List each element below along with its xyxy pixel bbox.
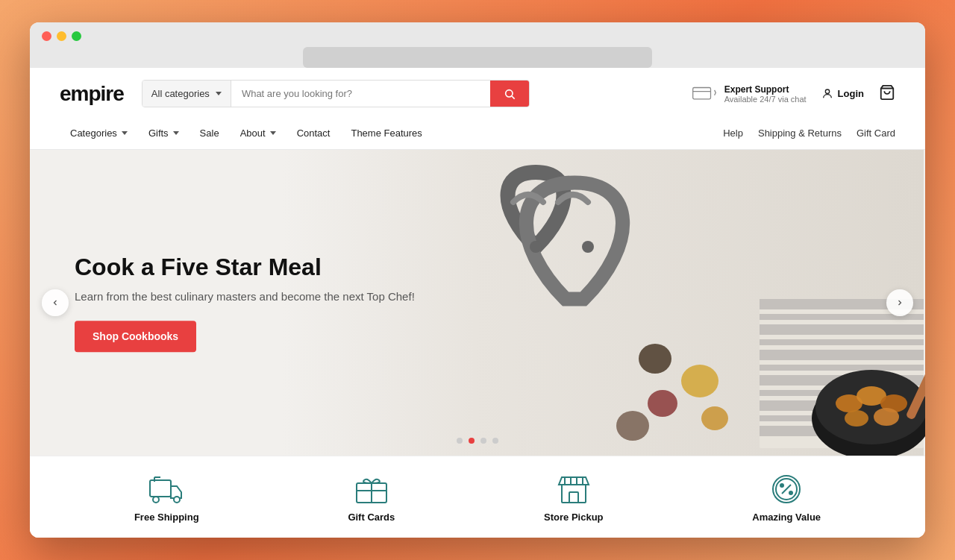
search-icon <box>504 88 516 100</box>
support-title: Expert Support <box>724 84 807 95</box>
percent-icon <box>768 474 804 504</box>
slider-dot-4[interactable] <box>492 438 498 444</box>
chevron-down-icon <box>216 92 222 95</box>
svg-point-10 <box>681 365 718 397</box>
truck-icon <box>148 474 184 504</box>
chevron-left-icon <box>51 298 60 307</box>
svg-rect-43 <box>569 492 578 503</box>
nav-item-contact[interactable]: Contact <box>286 119 341 148</box>
nav-item-gifts[interactable]: Gifts <box>138 119 190 148</box>
feature-amazing-value-label: Amazing Value <box>752 512 821 523</box>
nav-item-theme-features[interactable]: Theme Features <box>340 119 432 148</box>
svg-rect-34 <box>150 480 171 497</box>
browser-chrome <box>30 22 925 68</box>
hero-subtitle: Learn from the best culinary masters and… <box>75 291 415 303</box>
svg-rect-18 <box>760 339 924 345</box>
feature-gift-cards-label: Gift Cards <box>348 512 395 523</box>
feature-free-shipping-label: Free Shipping <box>134 512 199 523</box>
nav-right: Help Shipping & Returns Gift Card <box>723 128 895 139</box>
chevron-down-icon <box>122 131 128 135</box>
svg-point-9 <box>639 344 671 374</box>
svg-point-36 <box>174 497 180 503</box>
minimize-button[interactable] <box>57 31 66 41</box>
hero-section: Cook a Five Star Meal Learn from the bes… <box>30 150 925 456</box>
svg-point-35 <box>153 497 159 503</box>
maximize-button[interactable] <box>72 31 81 41</box>
nav-link-shipping[interactable]: Shipping & Returns <box>758 128 842 139</box>
svg-point-7 <box>530 241 542 253</box>
search-input[interactable] <box>231 81 490 107</box>
slider-dot-1[interactable] <box>457 438 463 444</box>
svg-point-52 <box>789 491 793 495</box>
feature-gift-cards: Gift Cards <box>348 474 395 523</box>
svg-point-4 <box>825 89 829 93</box>
user-icon <box>821 88 833 100</box>
svg-point-8 <box>582 241 594 253</box>
svg-rect-20 <box>760 365 924 371</box>
nav-left: Categories Gifts Sale About <box>60 119 433 148</box>
browser-window: empire All categories <box>30 22 925 538</box>
feature-store-pickup: Store Pickup <box>544 474 603 523</box>
support-icon <box>692 84 717 104</box>
svg-point-31 <box>845 410 868 427</box>
main-nav: Categories Gifts Sale About <box>60 116 895 149</box>
slider-prev-button[interactable] <box>42 289 69 316</box>
slider-next-button[interactable] <box>886 289 913 316</box>
cart-button[interactable] <box>879 84 895 103</box>
chevron-down-icon <box>173 131 179 135</box>
traffic-lights <box>42 31 913 41</box>
category-label: All categories <box>151 88 210 99</box>
nav-link-gift-card[interactable]: Gift Card <box>857 128 895 139</box>
svg-point-0 <box>505 89 512 96</box>
nav-item-sale[interactable]: Sale <box>190 119 230 148</box>
header-actions: Expert Support Available 24/7 via chat L… <box>692 84 895 104</box>
slider-dot-2[interactable] <box>469 438 475 444</box>
support-subtitle: Available 24/7 via chat <box>724 95 807 104</box>
feature-free-shipping: Free Shipping <box>134 474 199 523</box>
hero-content: Cook a Five Star Meal Learn from the bes… <box>75 253 415 352</box>
slider-dots <box>457 438 498 444</box>
svg-point-32 <box>874 408 899 426</box>
svg-point-13 <box>616 411 649 441</box>
svg-rect-17 <box>760 324 924 335</box>
search-bar: All categories <box>142 80 530 107</box>
chevron-right-icon <box>895 298 904 307</box>
svg-point-27 <box>815 370 925 444</box>
feature-amazing-value: Amazing Value <box>752 474 821 523</box>
search-button[interactable] <box>490 81 529 107</box>
svg-rect-19 <box>760 350 924 360</box>
support-text: Expert Support Available 24/7 via chat <box>724 84 807 104</box>
svg-point-51 <box>780 483 784 488</box>
svg-rect-2 <box>692 87 710 98</box>
slider-dot-3[interactable] <box>480 438 486 444</box>
svg-point-11 <box>648 390 677 417</box>
store-icon <box>556 474 592 504</box>
features-bar: Free Shipping Gift Cards <box>30 456 925 538</box>
category-dropdown[interactable]: All categories <box>143 81 231 107</box>
chevron-down-icon <box>270 131 276 135</box>
nav-item-about[interactable]: About <box>230 119 286 148</box>
svg-rect-42 <box>562 485 586 503</box>
site-logo[interactable]: empire <box>60 82 124 106</box>
url-bar[interactable] <box>303 47 651 68</box>
login-button[interactable]: Login <box>821 88 864 100</box>
nav-item-categories[interactable]: Categories <box>60 119 138 148</box>
svg-point-12 <box>701 406 728 430</box>
header-top: empire All categories <box>60 68 895 116</box>
login-label: Login <box>838 88 864 99</box>
hero-title: Cook a Five Star Meal <box>75 253 415 281</box>
support-block: Expert Support Available 24/7 via chat <box>692 84 807 104</box>
gift-card-icon <box>354 474 389 504</box>
hero-cta-button[interactable]: Shop Cookbooks <box>75 321 196 353</box>
feature-store-pickup-label: Store Pickup <box>544 512 603 523</box>
close-button[interactable] <box>42 31 51 41</box>
nav-link-help[interactable]: Help <box>723 128 743 139</box>
cart-icon <box>879 84 895 101</box>
svg-line-1 <box>512 96 515 99</box>
site-content: empire All categories <box>30 68 925 538</box>
site-header: empire All categories <box>30 68 925 150</box>
